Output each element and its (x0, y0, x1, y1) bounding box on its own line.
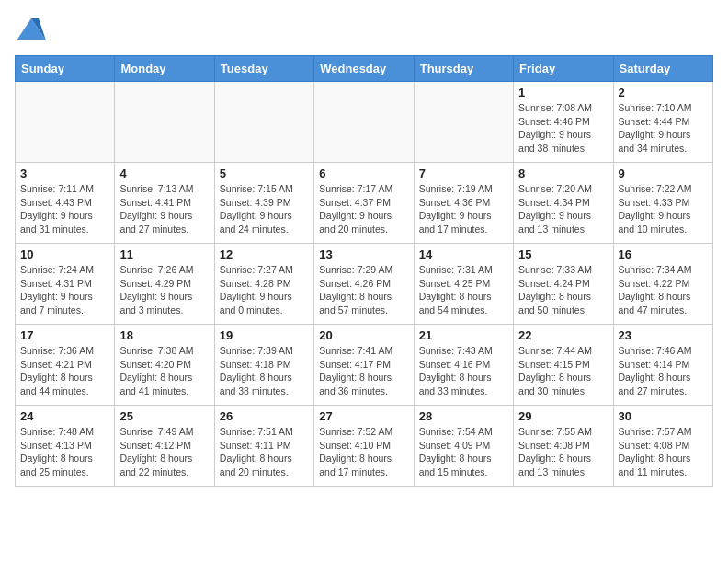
day-number: 28 (419, 409, 508, 423)
day-info: Sunrise: 7:43 AM Sunset: 4:16 PM Dayligh… (419, 344, 508, 398)
calendar-cell: 13Sunrise: 7:29 AM Sunset: 4:26 PM Dayli… (314, 244, 414, 325)
day-number: 16 (619, 247, 708, 261)
day-info: Sunrise: 7:44 AM Sunset: 4:15 PM Dayligh… (518, 344, 608, 398)
day-number: 9 (619, 167, 708, 180)
day-number: 18 (119, 328, 209, 342)
day-number: 12 (220, 247, 309, 261)
calendar-cell: 30Sunrise: 7:57 AM Sunset: 4:08 PM Dayli… (613, 406, 712, 487)
calendar-cell: 28Sunrise: 7:54 AM Sunset: 4:09 PM Dayli… (414, 406, 513, 487)
day-info: Sunrise: 7:15 AM Sunset: 4:39 PM Dayligh… (220, 182, 309, 236)
calendar-cell: 12Sunrise: 7:27 AM Sunset: 4:28 PM Dayli… (214, 244, 313, 325)
calendar-cell: 26Sunrise: 7:51 AM Sunset: 4:11 PM Dayli… (214, 406, 313, 487)
day-info: Sunrise: 7:57 AM Sunset: 4:08 PM Dayligh… (619, 425, 708, 479)
header (15, 15, 713, 48)
calendar-table: SundayMondayTuesdayWednesdayThursdayFrid… (15, 55, 713, 487)
calendar-cell: 29Sunrise: 7:55 AM Sunset: 4:08 PM Dayli… (514, 406, 613, 487)
calendar-body: 1Sunrise: 7:08 AM Sunset: 4:46 PM Daylig… (16, 82, 713, 487)
day-info: Sunrise: 7:10 AM Sunset: 4:44 PM Dayligh… (619, 101, 708, 155)
day-number: 10 (20, 247, 109, 261)
day-info: Sunrise: 7:36 AM Sunset: 4:21 PM Dayligh… (20, 344, 109, 398)
day-info: Sunrise: 7:20 AM Sunset: 4:34 PM Dayligh… (518, 182, 608, 236)
day-number: 17 (20, 328, 109, 342)
calendar-cell (214, 82, 313, 163)
calendar-header: SundayMondayTuesdayWednesdayThursdayFrid… (16, 56, 713, 82)
day-info: Sunrise: 7:52 AM Sunset: 4:10 PM Dayligh… (319, 425, 408, 479)
day-number: 8 (518, 167, 608, 180)
calendar-cell (314, 82, 414, 163)
calendar-cell (16, 82, 115, 163)
day-number: 23 (619, 328, 708, 342)
calendar-cell: 7Sunrise: 7:19 AM Sunset: 4:36 PM Daylig… (414, 163, 513, 244)
day-number: 4 (119, 167, 209, 180)
day-info: Sunrise: 7:48 AM Sunset: 4:13 PM Dayligh… (20, 425, 109, 479)
day-info: Sunrise: 7:11 AM Sunset: 4:43 PM Dayligh… (20, 182, 109, 236)
calendar-cell: 3Sunrise: 7:11 AM Sunset: 4:43 PM Daylig… (16, 163, 115, 244)
day-info: Sunrise: 7:46 AM Sunset: 4:14 PM Dayligh… (619, 344, 708, 398)
week-row-2: 3Sunrise: 7:11 AM Sunset: 4:43 PM Daylig… (16, 163, 713, 244)
calendar-cell: 1Sunrise: 7:08 AM Sunset: 4:46 PM Daylig… (514, 82, 613, 163)
day-info: Sunrise: 7:29 AM Sunset: 4:26 PM Dayligh… (319, 263, 408, 317)
week-row-3: 10Sunrise: 7:24 AM Sunset: 4:31 PM Dayli… (16, 244, 713, 325)
calendar-cell: 5Sunrise: 7:15 AM Sunset: 4:39 PM Daylig… (214, 163, 313, 244)
day-header-wednesday: Wednesday (314, 56, 414, 82)
calendar-cell: 16Sunrise: 7:34 AM Sunset: 4:22 PM Dayli… (613, 244, 712, 325)
calendar-cell: 8Sunrise: 7:20 AM Sunset: 4:34 PM Daylig… (514, 163, 613, 244)
day-number: 21 (419, 328, 508, 342)
day-header-thursday: Thursday (414, 56, 513, 82)
day-number: 13 (319, 247, 408, 261)
calendar-cell: 19Sunrise: 7:39 AM Sunset: 4:18 PM Dayli… (214, 325, 313, 406)
day-info: Sunrise: 7:26 AM Sunset: 4:29 PM Dayligh… (119, 263, 209, 317)
day-number: 6 (319, 167, 408, 180)
calendar-cell: 11Sunrise: 7:26 AM Sunset: 4:29 PM Dayli… (115, 244, 214, 325)
calendar-cell: 21Sunrise: 7:43 AM Sunset: 4:16 PM Dayli… (414, 325, 513, 406)
day-info: Sunrise: 7:34 AM Sunset: 4:22 PM Dayligh… (619, 263, 708, 317)
day-info: Sunrise: 7:38 AM Sunset: 4:20 PM Dayligh… (119, 344, 209, 398)
days-of-week-row: SundayMondayTuesdayWednesdayThursdayFrid… (16, 56, 713, 82)
calendar-cell: 9Sunrise: 7:22 AM Sunset: 4:33 PM Daylig… (613, 163, 712, 244)
day-number: 30 (619, 409, 708, 423)
day-number: 7 (419, 167, 508, 180)
day-header-sunday: Sunday (16, 56, 115, 82)
calendar-cell: 17Sunrise: 7:36 AM Sunset: 4:21 PM Dayli… (16, 325, 115, 406)
day-number: 15 (518, 247, 608, 261)
day-header-monday: Monday (115, 56, 214, 82)
day-number: 27 (319, 409, 408, 423)
logo-icon (15, 15, 48, 48)
day-number: 1 (518, 86, 608, 99)
calendar-cell: 18Sunrise: 7:38 AM Sunset: 4:20 PM Dayli… (115, 325, 214, 406)
week-row-4: 17Sunrise: 7:36 AM Sunset: 4:21 PM Dayli… (16, 325, 713, 406)
day-number: 25 (119, 409, 209, 423)
calendar-cell (115, 82, 214, 163)
logo (15, 15, 51, 48)
day-number: 26 (220, 409, 309, 423)
day-number: 19 (220, 328, 309, 342)
day-info: Sunrise: 7:24 AM Sunset: 4:31 PM Dayligh… (20, 263, 109, 317)
calendar-cell: 24Sunrise: 7:48 AM Sunset: 4:13 PM Dayli… (16, 406, 115, 487)
day-info: Sunrise: 7:33 AM Sunset: 4:24 PM Dayligh… (518, 263, 608, 317)
day-number: 29 (518, 409, 608, 423)
calendar-cell: 25Sunrise: 7:49 AM Sunset: 4:12 PM Dayli… (115, 406, 214, 487)
calendar-cell: 6Sunrise: 7:17 AM Sunset: 4:37 PM Daylig… (314, 163, 414, 244)
day-header-saturday: Saturday (613, 56, 712, 82)
calendar-cell: 10Sunrise: 7:24 AM Sunset: 4:31 PM Dayli… (16, 244, 115, 325)
day-number: 11 (119, 247, 209, 261)
day-number: 22 (518, 328, 608, 342)
calendar-cell: 14Sunrise: 7:31 AM Sunset: 4:25 PM Dayli… (414, 244, 513, 325)
day-info: Sunrise: 7:08 AM Sunset: 4:46 PM Dayligh… (518, 101, 608, 155)
day-info: Sunrise: 7:22 AM Sunset: 4:33 PM Dayligh… (619, 182, 708, 236)
day-info: Sunrise: 7:51 AM Sunset: 4:11 PM Dayligh… (220, 425, 309, 479)
day-info: Sunrise: 7:19 AM Sunset: 4:36 PM Dayligh… (419, 182, 508, 236)
calendar-cell (414, 82, 513, 163)
calendar-cell: 2Sunrise: 7:10 AM Sunset: 4:44 PM Daylig… (613, 82, 712, 163)
day-info: Sunrise: 7:41 AM Sunset: 4:17 PM Dayligh… (319, 344, 408, 398)
day-info: Sunrise: 7:31 AM Sunset: 4:25 PM Dayligh… (419, 263, 508, 317)
calendar-cell: 23Sunrise: 7:46 AM Sunset: 4:14 PM Dayli… (613, 325, 712, 406)
day-header-tuesday: Tuesday (214, 56, 313, 82)
calendar-cell: 4Sunrise: 7:13 AM Sunset: 4:41 PM Daylig… (115, 163, 214, 244)
day-number: 24 (20, 409, 109, 423)
week-row-1: 1Sunrise: 7:08 AM Sunset: 4:46 PM Daylig… (16, 82, 713, 163)
day-info: Sunrise: 7:13 AM Sunset: 4:41 PM Dayligh… (119, 182, 209, 236)
day-number: 5 (220, 167, 309, 180)
day-info: Sunrise: 7:39 AM Sunset: 4:18 PM Dayligh… (220, 344, 309, 398)
day-info: Sunrise: 7:49 AM Sunset: 4:12 PM Dayligh… (119, 425, 209, 479)
